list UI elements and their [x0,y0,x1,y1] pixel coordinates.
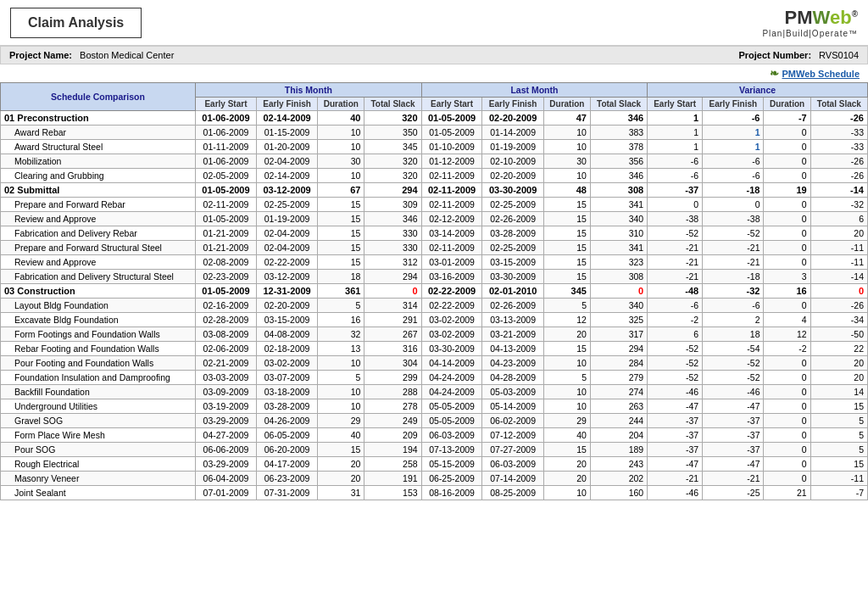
project-bar: Project Name: Boston Medical Center Proj… [0,46,868,64]
data-row: Underground Utilities03-19-200903-28-200… [1,399,868,414]
cell-description: Award Structural Steel [1,140,196,154]
cell-description: Form Place Wire Mesh [1,428,196,443]
project-number-area: Project Number: RVS0104 [738,50,859,60]
cell-description: Prepare and Forward Structural Steel [1,241,196,255]
data-row: Layout Bldg Foundation02-16-200902-20-20… [1,299,868,313]
claim-analysis-title: Claim Analysis [10,8,142,38]
schedule-comparison-table: Schedule Comparison This Month Last Mont… [0,82,868,500]
cell-description: Review and Approve [1,255,196,270]
title-text: Claim Analysis [28,15,124,30]
cell-description: Excavate Bldg Foundation [1,313,196,327]
data-row: Prepare and Forward Rebar02-11-200902-25… [1,198,868,212]
col-lm-es: Early Start [421,98,482,111]
col-v-dur: Duration [764,98,810,111]
col-tm-es: Early Start [196,98,257,111]
data-row: Form Place Wire Mesh04-27-200906-05-2009… [1,428,868,443]
data-row: Review and Approve02-08-200902-22-200915… [1,255,868,270]
col-group-last-month: Last Month [421,83,648,98]
project-name-value: Boston Medical Center [80,50,174,60]
col-group-variance: Variance [648,83,868,98]
cell-description: Masonry Veneer [1,472,196,486]
project-name-label: Project Name: [9,50,72,60]
cell-description: Pour SOG [1,443,196,457]
logo-tagline: Plan|Build|Operate™ [762,29,858,38]
col-lm-dur: Duration [543,98,590,111]
cell-description: Rough Electrical [1,457,196,472]
cell-description: 02 Submittal [1,183,196,198]
cell-description: Form Footings and Foundation Walls [1,327,196,342]
data-row: Prepare and Forward Structural Steel01-2… [1,241,868,255]
data-row: Pour Footing and Foundation Walls02-21-2… [1,356,868,371]
data-row: Form Footings and Foundation Walls03-08-… [1,327,868,342]
cell-description: Fabrication and Delivery Rebar [1,226,196,241]
cell-description: Underground Utilities [1,399,196,414]
col-lm-ef: Early Finish [482,98,543,111]
data-row: Rough Electrical03-29-200904-17-20092025… [1,457,868,472]
cell-description: Backfill Foundation [1,385,196,399]
logo-name: PMWeb® [762,7,858,29]
cell-description: Review and Approve [1,212,196,226]
col-v-es: Early Start [648,98,703,111]
col-v-ts: Total Slack [810,98,867,111]
col-tm-ts: Total Slack [364,98,421,111]
section-row: 02 Submittal01-05-200903-12-20096729402-… [1,183,868,198]
data-row: Award Rebar01-06-200901-15-20091035001-0… [1,126,868,140]
pmweb-logo: PMWeb® Plan|Build|Operate™ [762,7,858,38]
schedule-icon: ❧ [770,67,779,80]
col-header-description: Schedule Comparison [1,83,196,111]
table-body: 01 Preconstruction01-06-200902-14-200940… [1,111,868,500]
data-row: Gravel SOG03-29-200904-26-20092924905-05… [1,414,868,428]
data-row: Rebar Footing and Foundation Walls02-06-… [1,342,868,356]
data-row: Fabrication and Delivery Rebar01-21-2009… [1,226,868,241]
cell-description: Clearing and Grubbing [1,169,196,183]
cell-description: Mobilization [1,154,196,169]
header: Claim Analysis PMWeb® Plan|Build|Operate… [0,0,868,46]
cell-description: Gravel SOG [1,414,196,428]
schedule-link[interactable]: PMWeb Schedule [782,69,860,79]
project-number-label: Project Number: [738,50,811,60]
col-tm-dur: Duration [318,98,364,111]
data-row: Fabrication and Delivery Structural Stee… [1,270,868,284]
cell-description: Prepare and Forward Rebar [1,198,196,212]
col-tm-ef: Early Finish [256,98,317,111]
project-number-value: RVS0104 [819,50,859,60]
cell-description: 03 Construction [1,284,196,299]
data-row: Excavate Bldg Foundation02-28-200903-15-… [1,313,868,327]
cell-description: Rebar Footing and Foundation Walls [1,342,196,356]
cell-description: 01 Preconstruction [1,111,196,126]
col-v-ef: Early Finish [703,98,764,111]
data-row: Backfill Foundation03-09-200903-18-20091… [1,385,868,399]
cell-description: Joint Sealant [1,486,196,500]
col-lm-ts: Total Slack [590,98,647,111]
cell-description: Award Rebar [1,126,196,140]
section-row: 03 Construction01-05-200912-31-200936100… [1,284,868,299]
schedule-bar: ❧ PMWeb Schedule [0,64,868,82]
data-row: Review and Approve01-05-200901-19-200915… [1,212,868,226]
data-row: Masonry Veneer06-04-200906-23-2009201910… [1,472,868,486]
cell-description: Layout Bldg Foundation [1,299,196,313]
data-row: Joint Sealant07-01-200907-31-20093115308… [1,486,868,500]
data-row: Mobilization01-06-200902-04-20093032001-… [1,154,868,169]
table-header-top: Schedule Comparison This Month Last Mont… [1,83,868,98]
section-row: 01 Preconstruction01-06-200902-14-200940… [1,111,868,126]
data-row: Pour SOG06-06-200906-20-20091519407-13-2… [1,443,868,457]
cell-description: Fabrication and Delivery Structural Stee… [1,270,196,284]
project-name-area: Project Name: Boston Medical Center [9,50,174,60]
cell-description: Foundation Insulation and Damproofing [1,371,196,385]
cell-description: Pour Footing and Foundation Walls [1,356,196,371]
data-row: Clearing and Grubbing02-05-200902-14-200… [1,169,868,183]
data-row: Foundation Insulation and Damproofing03-… [1,371,868,385]
col-group-this-month: This Month [196,83,422,98]
data-row: Award Structural Steel01-11-200901-20-20… [1,140,868,154]
